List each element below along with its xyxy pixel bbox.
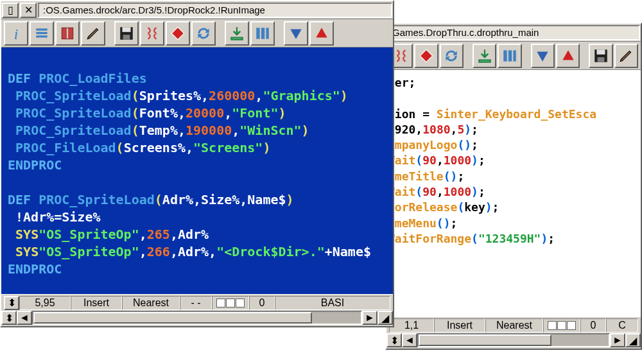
code-line: ForRelease(key);: [388, 200, 634, 215]
save-icon[interactable]: [589, 44, 612, 68]
back-icon[interactable]: ▯: [2, 3, 19, 18]
cursor-position: 1,1: [389, 318, 434, 333]
scroll-left-icon[interactable]: ◄: [17, 311, 32, 325]
svg-rect-16: [266, 28, 268, 39]
triangle-up-icon[interactable]: [556, 44, 580, 68]
svg-text:i: i: [14, 25, 19, 41]
info-icon[interactable]: i: [4, 21, 28, 46]
cycle-icon[interactable]: [440, 44, 464, 68]
code-line: ENDPROC: [8, 261, 386, 278]
code-line: ompanyLogo();: [388, 137, 634, 153]
svg-rect-5: [597, 57, 604, 62]
svg-rect-13: [123, 35, 130, 40]
code-line: ENDPROC: [8, 157, 386, 174]
language-mode: BASI: [275, 296, 390, 310]
horizontal-scrollbar[interactable]: ⬍ ◄ ► ◢: [1, 311, 393, 326]
download-icon[interactable]: [473, 44, 496, 68]
insert-mode: Insert: [434, 318, 485, 333]
download-icon[interactable]: [225, 21, 249, 46]
status-flags: [543, 318, 580, 333]
scroll-right-icon[interactable]: ►: [362, 311, 377, 325]
toolbar: [386, 42, 641, 70]
adjust-icon[interactable]: ⬍: [1, 311, 17, 325]
code-line: PROC_SpriteLoad(Font%,20000,"Font"): [8, 105, 386, 122]
resize-icon[interactable]: ◢: [625, 333, 641, 347]
language-mode: C: [606, 318, 638, 333]
insert-mode: Insert: [71, 296, 122, 310]
scroll-track[interactable]: [32, 311, 362, 325]
pencil-icon[interactable]: [614, 44, 638, 68]
adjust-icon[interactable]: ⬍: [386, 333, 402, 347]
scroll-track[interactable]: [417, 333, 610, 347]
diamond-icon[interactable]: [414, 44, 438, 68]
status-count: 0: [249, 296, 275, 310]
code-line: ameTitle();: [388, 169, 634, 184]
code-line: [8, 174, 386, 191]
status-flags: [212, 296, 249, 310]
diamond-icon[interactable]: [166, 21, 190, 46]
close-icon[interactable]: ✕: [20, 3, 37, 18]
cycle-icon[interactable]: [191, 21, 216, 46]
code-line: [8, 53, 386, 70]
code-line: Wait(90,1000);: [388, 184, 634, 200]
code-line: 1920,1080,5);: [388, 122, 634, 137]
code-line: ameMenu();: [388, 216, 634, 231]
code-line: SYS"OS_SpriteOp",265,Adr%: [8, 226, 386, 243]
code-line: [388, 91, 634, 106]
swirl-icon[interactable]: [140, 21, 164, 46]
status-bar: 1,1 Insert Nearest 0 C: [386, 316, 641, 333]
code-line: SYS"OS_SpriteOp",266,Adr%,"<Drock$Dir>."…: [8, 243, 386, 261]
resize-icon[interactable]: ◢: [377, 311, 393, 325]
status-count: 0: [580, 318, 606, 333]
svg-rect-15: [261, 28, 265, 39]
status-bar: ⬍ 5,95 Insert Nearest - - 0 BASI: [1, 294, 393, 311]
window-title: Games.DropThru.c.dropthru_main: [387, 25, 640, 40]
svg-rect-2: [513, 50, 516, 61]
window-title: :OS.Games.drock/arc.Dr3/5.!DropRock2.!Ru…: [38, 3, 392, 18]
code-line: DEF PROC_SpriteLoad(Adr%,Size%,Name$): [8, 191, 386, 209]
svg-rect-14: [256, 28, 259, 39]
columns-icon[interactable]: [498, 44, 521, 68]
titlebar[interactable]: ▯ ✕ :OS.Games.drock/arc.Dr3/5.!DropRock2…: [1, 1, 393, 19]
status-dash: - -: [180, 296, 212, 310]
svg-rect-1: [508, 50, 512, 61]
svg-rect-8: [36, 31, 47, 33]
pencil-icon[interactable]: [81, 21, 105, 46]
code-line: WaitForRange("123459H");: [388, 231, 634, 247]
save-icon[interactable]: [114, 21, 139, 46]
code-line: !Adr%=Size%: [8, 209, 386, 226]
code-line: DEF PROC_LoadFiles: [8, 70, 386, 87]
scroll-left-icon[interactable]: ◄: [402, 333, 417, 347]
code-line: ter;: [388, 75, 634, 91]
svg-rect-4: [596, 49, 605, 55]
adjust-icon[interactable]: ⬍: [4, 296, 19, 310]
code-editor[interactable]: ter; tion = Sinter_Keyboard_SetEsca1920,…: [386, 70, 641, 316]
code-editor[interactable]: DEF PROC_LoadFiles PROC_SpriteLoad(Sprit…: [1, 48, 393, 294]
triangle-down-icon[interactable]: [531, 44, 555, 68]
book-icon[interactable]: [55, 21, 80, 46]
scroll-right-icon[interactable]: ►: [610, 333, 625, 347]
code-line: PROC_SpriteLoad(Temp%,190000,"WinScn"): [8, 122, 386, 139]
snap-mode: Nearest: [485, 318, 543, 333]
triangle-up-icon[interactable]: [309, 21, 334, 46]
code-line: PROC_FileLoad(Screens%,"Screens"): [8, 139, 386, 157]
svg-rect-0: [503, 50, 507, 61]
svg-rect-12: [123, 27, 131, 32]
code-line: PROC_SpriteLoad(Sprites%,260000,"Graphic…: [8, 87, 386, 105]
code-line: tion = Sinter_Keyboard_SetEsca: [388, 107, 634, 122]
cursor-position: 5,95: [19, 296, 71, 310]
editor-window-basic: ▯ ✕ :OS.Games.drock/arc.Dr3/5.!DropRock2…: [0, 0, 394, 327]
horizontal-scrollbar[interactable]: ⬍ ◄ ► ◢: [386, 333, 641, 349]
snap-mode: Nearest: [122, 296, 180, 310]
editor-window-c: Games.DropThru.c.dropthru_main ter; tion…: [385, 22, 642, 350]
svg-rect-9: [36, 35, 47, 37]
svg-rect-7: [36, 28, 47, 30]
toolbar: i: [1, 19, 393, 48]
triangle-down-icon[interactable]: [284, 21, 308, 46]
code-line: Wait(90,1000);: [388, 153, 634, 168]
titlebar[interactable]: Games.DropThru.c.dropthru_main: [386, 24, 641, 42]
columns-icon[interactable]: [250, 21, 275, 46]
list-icon[interactable]: [30, 21, 54, 46]
